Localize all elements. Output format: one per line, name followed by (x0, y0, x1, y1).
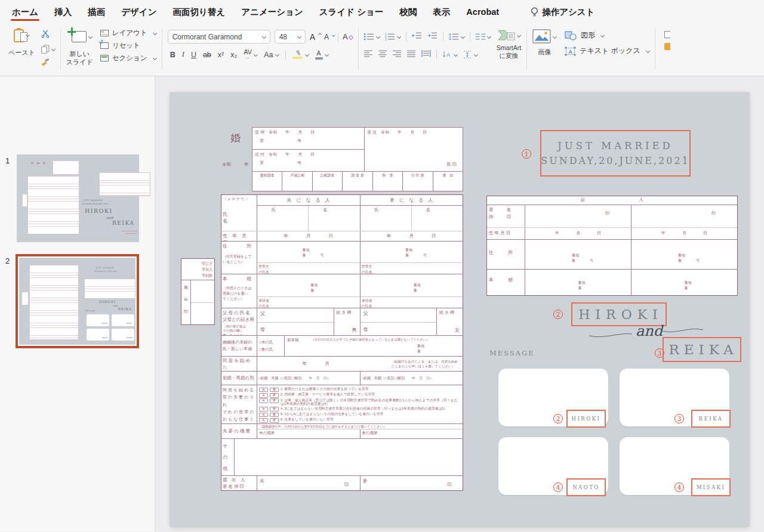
slide[interactable]: 婚 姻 届 令和 年 月 日 届出 長 殿 受 理 令和 年 月 日 第 号 送 (170, 92, 749, 527)
shrink-font-button[interactable]: A (324, 33, 334, 41)
message-label: MESSAGE (489, 349, 535, 357)
paste-icon (14, 29, 24, 42)
slide-thumbnail-2[interactable]: JUST MARRIED SUNDAY,20,JUNE,2021 HIROKI … (16, 254, 139, 348)
highlight-button[interactable] (292, 50, 309, 59)
husband-checkbox: 夫 (259, 388, 268, 392)
increase-indent-icon (427, 32, 438, 39)
align-right-button[interactable] (393, 49, 402, 60)
bride-name-textbox[interactable]: REIKA (663, 337, 741, 362)
columns-button[interactable] (476, 33, 491, 41)
tab-animations[interactable]: アニメーション (241, 1, 303, 24)
just-married-textbox[interactable]: JUST MARRIED SUNDAY,20,JUNE,2021 (540, 130, 691, 177)
tab-design[interactable]: デザイン (121, 1, 156, 24)
corrections-box[interactable]: 字訂正 字加入 字削除 届 出 印 (181, 258, 215, 325)
card-name-label: REIKA (691, 410, 731, 428)
character-spacing-button[interactable]: AV↔ (244, 49, 257, 60)
font-size-select[interactable]: 48 (275, 30, 306, 44)
vertical-align-icon (463, 51, 472, 58)
witness-table[interactable]: 証 人 署 名 押 印 印 印 生 年 月 日 年 月 日 年 月 日 住 所 … (486, 196, 738, 296)
shapes-icon (565, 31, 577, 41)
columns-icon (476, 33, 485, 41)
decrease-indent-icon (412, 32, 422, 39)
message-card-naoto[interactable]: 4 NAOTO (498, 437, 608, 495)
editor-canvas: 婚 姻 届 令和 年 月 日 届出 長 殿 受 理 令和 年 月 日 第 号 送 (155, 76, 764, 531)
subscript-button[interactable]: x₂ (230, 51, 237, 59)
slide-thumbnail-1[interactable]: 婚 姻 届 JUST MARRIED SUNDAY,20,JUNE,2021 H… (17, 154, 139, 242)
font-color-button[interactable]: A (315, 50, 328, 60)
message-card-misaki[interactable]: 4 MISAKI (620, 437, 729, 495)
copy-button[interactable] (41, 45, 55, 54)
justify-icon (407, 50, 416, 57)
tab-home[interactable]: ホーム (12, 1, 38, 24)
numbering-button[interactable]: 123 (385, 33, 401, 41)
section-icon (100, 55, 109, 61)
section-button[interactable]: セクション (100, 54, 156, 63)
tab-acrobat[interactable]: Acrobat (466, 1, 499, 23)
new-slide-icon (72, 31, 87, 42)
line-spacing-button[interactable] (449, 33, 464, 41)
underline-button[interactable]: U (191, 51, 196, 59)
lightbulb-icon (531, 7, 538, 17)
form-main-table: （ よ み か た ） 氏 名 夫 に な る 人 妻 に な る 人 氏 (221, 194, 463, 491)
annotation-marker-card-1: 2 (553, 414, 563, 423)
text-direction-button[interactable]: A (442, 51, 457, 58)
menu-bar: ホーム 挿入 描画 デザイン 画面切り替え アニメーション スライド ショー 校… (0, 0, 764, 24)
bullets-button[interactable] (364, 33, 380, 41)
shapes-button[interactable]: 図形 (565, 30, 649, 41)
message-card-reika[interactable]: 3 REIKA (620, 369, 729, 426)
font-group: Cormorant Garamond 48 A A A B I U ab x² … (168, 27, 353, 71)
decrease-indent-button[interactable] (412, 31, 422, 42)
align-center-icon (378, 50, 387, 57)
new-slide-button[interactable]: 新しい スライド (66, 27, 93, 67)
annotation-marker-card-2: 3 (674, 414, 684, 423)
increase-indent-button[interactable] (427, 31, 438, 42)
distribute-icon (421, 50, 431, 57)
reset-button[interactable]: リセット (100, 41, 156, 50)
change-case-button[interactable]: Aa (264, 51, 278, 59)
card-name-label: HIROKI (566, 410, 606, 428)
vertical-align-button[interactable] (463, 51, 478, 58)
clear-formatting-button[interactable]: A (343, 32, 353, 41)
marriage-form[interactable]: 婚 姻 届 令和 年 月 日 届出 長 殿 受 理 令和 年 月 日 第 号 送 (221, 127, 463, 494)
copy-icon (41, 45, 50, 54)
assistant-button[interactable]: 操作アシスト (531, 7, 594, 18)
cut-button[interactable] (41, 30, 55, 41)
highlight-icon (292, 50, 303, 59)
justify-button[interactable] (407, 49, 416, 60)
textbox-button[interactable]: A テキスト ボックス (565, 46, 649, 56)
layout-button[interactable]: レイアウト (100, 29, 156, 38)
strikethrough-button[interactable]: ab (203, 51, 211, 59)
tab-view[interactable]: 表示 (433, 1, 450, 24)
message-card-hiroki[interactable]: 2 HIROKI (498, 369, 608, 426)
italic-button[interactable]: I (182, 50, 184, 59)
tab-draw[interactable]: 描画 (88, 1, 105, 24)
insert-image-button[interactable]: 画像 (532, 27, 556, 57)
annotation-marker-1: 1 (522, 149, 531, 159)
clear-format-icon (348, 35, 353, 40)
tab-insert[interactable]: 挿入 (54, 1, 72, 24)
align-center-button[interactable] (378, 49, 387, 60)
card-name-label: MISAKI (691, 478, 731, 496)
slide-2-number: 2 (5, 256, 10, 265)
tab-transitions[interactable]: 画面切り替え (173, 1, 226, 24)
svg-text:3: 3 (385, 38, 387, 41)
clipboard-group: ペースト (8, 27, 55, 71)
slide-1-number: 1 (5, 156, 10, 165)
bold-button[interactable]: B (170, 51, 175, 59)
image-icon (532, 29, 551, 44)
smartart-button[interactable]: SmartArt に変換 (497, 27, 521, 60)
align-left-button[interactable] (364, 49, 373, 60)
tab-review[interactable]: 校閲 (399, 1, 417, 24)
annotation-marker-card-3: 4 (553, 482, 563, 492)
distribute-text-button[interactable] (421, 49, 431, 60)
numbering-icon: 123 (385, 33, 395, 41)
textbox-icon: A (565, 47, 576, 56)
superscript-button[interactable]: x² (218, 51, 224, 59)
grow-font-button[interactable]: A (310, 32, 320, 42)
font-family-select[interactable]: Cormorant Garamond (168, 30, 270, 44)
scissors-icon (41, 30, 50, 38)
format-painter-button[interactable] (41, 58, 55, 69)
tab-slideshow[interactable]: スライド ショー (319, 1, 384, 24)
paste-button[interactable]: ペースト (8, 27, 35, 57)
ribbon-overflow (662, 27, 670, 71)
